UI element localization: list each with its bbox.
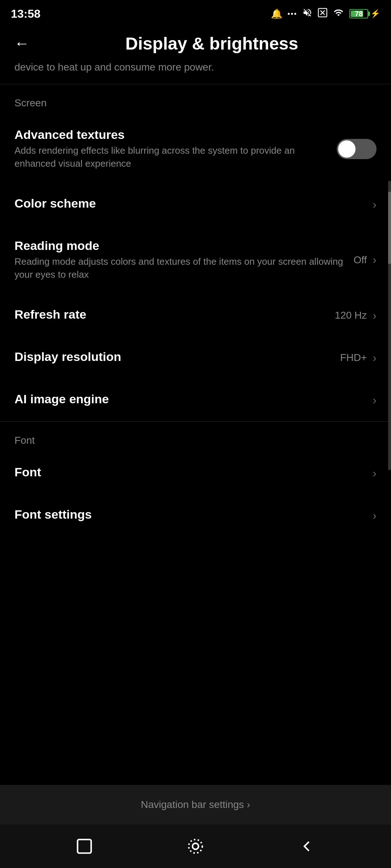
ai-image-engine-right: › [373, 393, 377, 407]
status-time: 13:58 [11, 7, 41, 21]
font-right: › [373, 467, 377, 480]
advanced-textures-right [337, 139, 377, 159]
display-resolution-chevron-icon: › [373, 351, 377, 365]
status-icons: 🔔 ••• 78 ⚡ [271, 8, 380, 20]
battery-indicator: 78 ⚡ [349, 9, 380, 18]
reading-mode-title: Reading mode [14, 239, 346, 253]
nav-back-button[interactable] [292, 832, 321, 861]
display-resolution-right: FHD+ › [340, 351, 377, 365]
svg-point-4 [193, 843, 199, 850]
advanced-textures-toggle[interactable] [337, 139, 377, 159]
ai-image-engine-item[interactable]: AI image engine › [0, 379, 391, 421]
reading-mode-desc: Reading mode adjusts colors and textures… [14, 255, 346, 281]
toggle-knob [338, 140, 356, 158]
refresh-rate-value: 120 Hz [335, 310, 367, 321]
mute-icon [302, 8, 312, 20]
svg-point-5 [189, 839, 202, 853]
font-content: Font [14, 465, 373, 481]
bottom-card-text: Navigation bar settings › [141, 799, 250, 810]
ai-image-engine-title: AI image engine [14, 392, 365, 406]
advanced-textures-title: Advanced textures [14, 128, 329, 142]
refresh-rate-item[interactable]: Refresh rate 120 Hz › [0, 294, 391, 337]
color-scheme-title: Color scheme [14, 196, 365, 210]
font-title: Font [14, 465, 365, 479]
color-scheme-item[interactable]: Color scheme › [0, 183, 391, 226]
refresh-rate-content: Refresh rate [14, 307, 335, 324]
ai-image-engine-content: AI image engine [14, 392, 373, 408]
bottom-nav [0, 825, 391, 868]
reading-mode-item[interactable]: Reading mode Reading mode adjusts colors… [0, 226, 391, 294]
back-arrow-icon: ← [14, 36, 29, 51]
advanced-textures-item[interactable]: Advanced textures Adds rendering effects… [0, 115, 391, 183]
advanced-textures-desc: Adds rendering effects like blurring acr… [14, 144, 329, 170]
refresh-rate-title: Refresh rate [14, 307, 328, 322]
nav-home-icon [186, 837, 205, 855]
header: ← Display & brightness [0, 25, 391, 61]
svg-rect-3 [78, 839, 92, 853]
nav-square-button[interactable] [70, 832, 99, 861]
scrollbar[interactable] [388, 181, 391, 470]
battery-box: 78 [349, 9, 368, 18]
display-resolution-value: FHD+ [340, 352, 367, 363]
color-scheme-chevron-icon: › [373, 198, 377, 211]
page-title: Display & brightness [43, 34, 380, 54]
font-item[interactable]: Font › [0, 452, 391, 494]
bottom-card[interactable]: Navigation bar settings › [0, 785, 391, 825]
refresh-rate-right: 120 Hz › [335, 309, 377, 322]
display-resolution-content: Display resolution [14, 350, 340, 366]
screen-record-icon [318, 8, 328, 20]
scrollbar-thumb[interactable] [388, 192, 391, 264]
reading-mode-value: Off [354, 254, 367, 266]
font-settings-item[interactable]: Font settings › [0, 494, 391, 537]
reading-mode-content: Reading mode Reading mode adjusts colors… [14, 239, 354, 281]
refresh-rate-chevron-icon: › [373, 309, 377, 322]
font-settings-title: Font settings [14, 507, 365, 522]
font-chevron-icon: › [373, 467, 377, 480]
font-settings-content: Font settings [14, 507, 373, 524]
partial-description-text: device to heat up and consume more power… [0, 61, 391, 84]
advanced-textures-content: Advanced textures Adds rendering effects… [14, 128, 337, 170]
color-scheme-right: › [373, 198, 377, 211]
nav-home-button[interactable] [181, 832, 210, 861]
display-resolution-title: Display resolution [14, 350, 333, 364]
color-scheme-content: Color scheme [14, 196, 373, 213]
more-icon: ••• [287, 10, 297, 18]
charging-icon: ⚡ [370, 9, 380, 18]
notification-icon: 🔔 [271, 8, 282, 20]
ai-image-engine-chevron-icon: › [373, 393, 377, 407]
display-resolution-item[interactable]: Display resolution FHD+ › [0, 337, 391, 379]
wifi-icon [333, 8, 344, 20]
font-settings-right: › [373, 509, 377, 522]
font-settings-chevron-icon: › [373, 509, 377, 522]
font-section-label: Font [0, 422, 391, 452]
reading-mode-right: Off › [354, 253, 377, 267]
reading-mode-chevron-icon: › [373, 253, 377, 267]
screen-section-label: Screen [0, 84, 391, 115]
battery-percentage: 78 [355, 10, 363, 18]
nav-square-icon [75, 837, 93, 855]
back-button[interactable]: ← [11, 33, 33, 54]
status-bar: 13:58 🔔 ••• 78 ⚡ [0, 0, 391, 25]
nav-back-icon [298, 837, 316, 855]
